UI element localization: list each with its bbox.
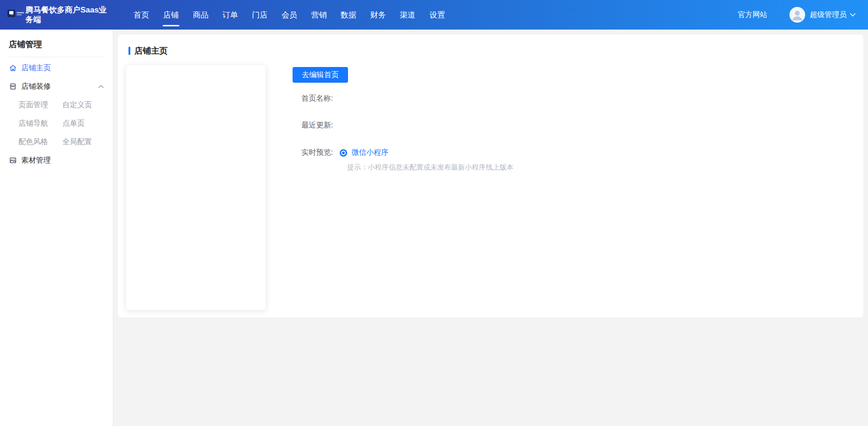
miniprogram-hint-text: 提示：小程序信息未配置或未发布最新小程序线上版本	[347, 163, 513, 172]
title-accent-bar	[128, 47, 130, 55]
sidebar-item-material-management[interactable]: 素材管理	[0, 151, 113, 170]
brand-logo-icon	[7, 8, 21, 19]
sidebar-item-label: 店铺主页	[21, 63, 51, 73]
sidebar-title: 店铺管理	[0, 30, 113, 57]
avatar[interactable]	[789, 7, 805, 23]
homepage-name-row: 首页名称:	[301, 94, 513, 103]
submenu-shop-navigation[interactable]: 店铺导航	[18, 119, 62, 128]
submenu-order-page[interactable]: 点单页	[62, 119, 106, 128]
chevron-down-icon[interactable]	[850, 12, 856, 17]
sidebar-item-shop-decoration[interactable]: 店铺装修	[0, 77, 113, 96]
image-icon	[9, 156, 17, 164]
nav-item-orders[interactable]: 订单	[222, 0, 238, 30]
nav-item-data[interactable]: 数据	[341, 0, 356, 30]
sidebar-item-label: 素材管理	[21, 156, 51, 165]
edit-homepage-button[interactable]: 去编辑首页	[293, 67, 348, 83]
section-title: 店铺主页	[134, 45, 168, 56]
section-header: 店铺主页	[128, 45, 863, 56]
submenu-page-management[interactable]: 页面管理	[18, 100, 62, 110]
user-icon	[789, 7, 805, 23]
username[interactable]: 超级管理员	[810, 10, 847, 20]
nav-item-home[interactable]: 首页	[134, 0, 149, 30]
homepage-info-column: 去编辑首页 首页名称: 最近更新: 实时预览: 微信小程序 提示：	[293, 65, 513, 310]
sidebar: 店铺管理 店铺主页 店铺装修	[0, 30, 113, 426]
sidebar-item-shop-homepage[interactable]: 店铺主页	[0, 59, 113, 77]
home-icon	[9, 64, 17, 72]
sidebar-divider	[9, 57, 104, 57]
shop-homepage-card: 店铺主页 去编辑首页 首页名称: 最近更新: 实时预览:	[118, 35, 863, 317]
navbar-right: 官方网站 超级管理员	[738, 7, 856, 23]
live-preview-label: 实时预览:	[301, 148, 333, 158]
last-updated-label: 最近更新:	[301, 121, 333, 130]
homepage-preview-panel	[126, 65, 266, 310]
submenu-custom-page[interactable]: 自定义页	[62, 100, 106, 110]
last-updated-row: 最近更新:	[301, 121, 513, 130]
chevron-up-icon[interactable]	[98, 85, 104, 89]
submenu-color-style[interactable]: 配色风格	[18, 137, 62, 147]
wechat-miniprogram-link[interactable]: 微信小程序	[351, 148, 388, 158]
wechat-miniprogram-radio[interactable]	[340, 149, 347, 157]
brand-title: 腾马餐饮多商户Saas业务端	[25, 5, 113, 24]
submenu-global-config[interactable]: 全局配置	[62, 137, 106, 147]
nav-menu: 首页 店铺 商品 订单 门店 会员 营销 数据 财务 渠道 设置	[127, 0, 452, 30]
nav-item-channels[interactable]: 渠道	[400, 0, 416, 30]
nav-item-members[interactable]: 会员	[281, 0, 297, 30]
nav-item-goods[interactable]: 商品	[193, 0, 208, 30]
nav-item-stores[interactable]: 门店	[252, 0, 268, 30]
brand: 腾马餐饮多商户Saas业务端	[7, 5, 113, 24]
main-area: 店铺主页 去编辑首页 首页名称: 最近更新: 实时预览:	[113, 30, 868, 426]
nav-item-settings[interactable]: 设置	[429, 0, 445, 30]
nav-item-finance[interactable]: 财务	[370, 0, 386, 30]
nav-item-marketing[interactable]: 营销	[311, 0, 327, 30]
top-navbar: 腾马餐饮多商户Saas业务端 首页 店铺 商品 订单 门店 会员 营销 数据 财…	[0, 0, 868, 30]
sidebar-item-label: 店铺装修	[21, 82, 51, 91]
live-preview-row: 实时预览: 微信小程序	[301, 148, 513, 158]
official-website-link[interactable]: 官方网站	[738, 10, 767, 20]
homepage-name-label: 首页名称:	[301, 94, 333, 103]
nav-item-shop[interactable]: 店铺	[163, 0, 179, 30]
shop-decoration-submenu: 页面管理 自定义页 店铺导航 点单页 配色风格 全局配置	[0, 96, 113, 151]
storefront-icon	[9, 82, 17, 91]
